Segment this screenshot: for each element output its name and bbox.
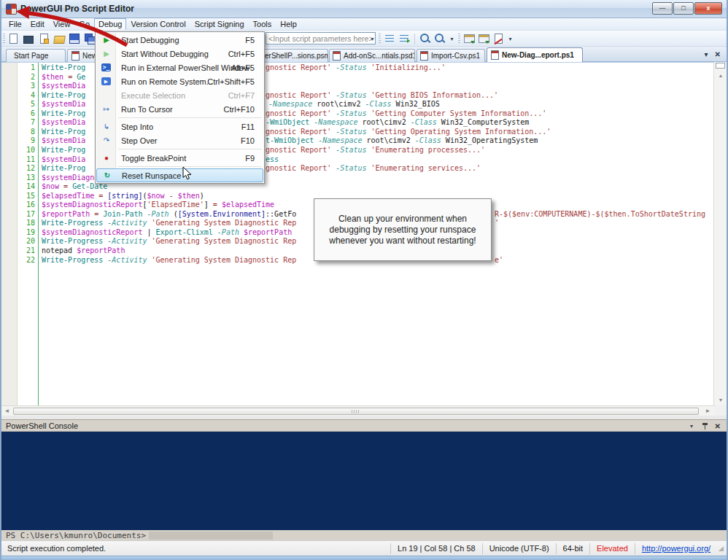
step-into-icon: ↳ [101,122,112,131]
toolbar-separator [414,34,415,44]
code-segment: notepad $reportPath [42,246,125,254]
menu-item-shortcut: Alt+F5 [231,63,255,72]
tab-import-csv[interactable]: Import-Csv.ps1✓ [417,49,485,62]
horizontal-scrollbar[interactable]: ◄ ► [1,405,715,416]
console-header[interactable]: PowerShell Console ▾ ✕ [1,419,727,432]
status-bar: Script execution completed. Ln 19 | Col … [1,540,727,556]
vertical-scrollbar[interactable]: ▲ ▼ [713,62,727,405]
toolbar-grip [379,34,381,44]
debug-dropdown-menu: ▶Start DebuggingF5▶Start Without Debuggi… [95,31,265,184]
menubar-item-view[interactable]: View [49,18,75,30]
menu-item-label: Step Into [121,122,153,131]
menu-item-label: Run in External PowerShell Window [121,63,249,72]
find-next-icon[interactable] [434,33,446,44]
dropdown-caret-icon[interactable]: ▾ [369,36,376,42]
code-segment: Write-Progress -Activity 'Generating Sys… [42,237,296,245]
menu-item-shortcut: F11 [241,122,255,131]
menu-item-start-without-debugging[interactable]: ▶Start Without DebuggingCtrl+F5 [96,47,263,61]
minimize-button[interactable]: — [652,2,673,15]
menu-item-label: Start Without Debugging [121,50,209,58]
powershell-window-icon: >_ [101,63,111,71]
indent-icon[interactable] [398,33,410,44]
dropdown-caret-icon[interactable]: ▾ [449,36,455,42]
code-segment: e' [495,256,503,264]
tab-start-page[interactable]: Start Page [6,49,66,62]
open-folder-icon[interactable] [53,33,65,44]
step-over-icon: ↷ [101,136,112,144]
save-icon[interactable] [69,33,80,44]
pin-icon[interactable] [702,422,708,429]
script-doc-icon [333,51,341,61]
scroll-left-icon[interactable]: ◄ [1,406,12,416]
console-output[interactable] [1,432,727,530]
menu-item-run-in-external-powershell-window[interactable]: >_Run in External PowerShell WindowAlt+F… [96,61,263,74]
code-segment: $then = Ge [42,73,85,81]
resize-grip[interactable]: ◢ [717,545,727,552]
menubar-item-edit[interactable]: Edit [26,18,49,30]
new-file-icon[interactable] [7,33,19,44]
menu-item-shortcut: Ctrl+Shift+F5 [207,77,255,86]
tab-list-dropdown-icon[interactable]: ▾ [705,50,708,58]
script-doc-icon [491,50,499,60]
tab-add-on[interactable]: Add-onSc...ntials.psd1✓ [329,49,415,62]
addon-browser-icon[interactable] [463,33,475,44]
menu-item-step-into[interactable]: ↳Step IntoF11 [96,120,263,133]
menu-item-toggle-breakpoint[interactable]: ●Toggle BreakPointF9 [96,151,263,165]
find-prev-icon[interactable] [419,33,431,44]
dropdown-caret-icon[interactable]: ▾ [507,36,514,42]
console-input-area[interactable] [149,532,273,540]
menu-item-start-debugging[interactable]: ▶Start DebuggingF5 [96,33,263,47]
code-segment: t-WmiObject -Namespace root\cimv2 -Class… [266,136,538,144]
scroll-up-icon[interactable]: ▲ [714,70,727,81]
toolbar-grip [3,34,5,44]
elevation-indicator: Elevated [589,543,635,554]
script-parameters-input[interactable] [266,32,376,44]
powergui-link[interactable]: http://powergui.org/ [635,543,717,554]
menubar-item-debug[interactable]: Debug [94,18,126,30]
menubar-item-go[interactable]: Go [74,18,94,30]
code-segment: gnostic Report' -Status 'Enumerating pro… [266,146,485,154]
new-template-icon[interactable] [38,33,50,44]
outdent-icon[interactable] [384,33,395,44]
menubar-item-help[interactable]: Help [276,18,301,30]
menu-item-run-to-cursor[interactable]: ↦Run To CursorCtrl+F10 [96,102,263,116]
menu-item-label: Run To Cursor [121,105,173,114]
horizontal-scroll-thumb[interactable] [13,408,699,415]
sign-script-icon[interactable] [492,33,504,44]
tab-new-diag[interactable]: New-Diag...eport.ps1 [487,47,583,62]
toolbar-left-group [7,33,96,44]
code-segment: gnostic Report' -Status 'Getting BIOS In… [266,91,498,99]
code-segment: gnostic Report' -Status 'Getting Operati… [266,128,551,136]
save-all-icon[interactable] [84,33,96,44]
console-close-icon[interactable]: ✕ [715,422,721,430]
saved-check-icon: ✓ [484,51,485,61]
menubar-item-version-control[interactable]: Version Control [126,18,190,30]
scroll-down-icon[interactable]: ▼ [714,394,727,405]
app-icon [6,4,17,15]
code-segment: $systemDia [42,82,85,90]
console-prompt[interactable]: PS C:\Users\kmunro\Documents> [1,530,727,540]
scroll-right-icon[interactable]: ► [702,406,713,416]
package-icon[interactable] [478,33,489,44]
menu-item-label: Execute Selection [121,91,185,100]
split-handle[interactable] [716,63,725,69]
maximize-button[interactable]: □ [673,2,694,15]
menu-item-reset-runspace[interactable]: ↻Reset Runspace [96,168,263,182]
close-button[interactable]: x [694,2,722,15]
code-segment: Write-Progress -Activity 'Generating Sys… [42,256,296,264]
menubar-item-file[interactable]: File [4,18,26,30]
tab-label: Add-onSc...ntials.psd1 [344,52,415,60]
menu-item-run-on-remote-system[interactable]: ▶Run on Remote System...Ctrl+Shift+F5 [96,74,263,88]
menu-bar: FileEditViewGoDebugVersion ControlScript… [1,18,727,31]
play-outline-icon: ▶ [101,50,112,58]
menubar-item-tools[interactable]: Tools [249,18,276,30]
menu-item-step-over[interactable]: ↷Step OverF10 [96,133,263,147]
console-menu-icon[interactable]: ▾ [689,423,695,429]
reset-icon: ↻ [101,171,113,179]
code-segment: ess [266,155,279,163]
tab-close-icon[interactable]: ✕ [715,50,721,58]
open-dark-icon[interactable] [23,33,34,44]
menubar-item-script-signing[interactable]: Script Signing [190,18,249,30]
caret-position: Ln 19 | Col 58 | Ch 58 [390,543,482,554]
callout-text: Clean up your environment when debugging… [320,214,485,246]
